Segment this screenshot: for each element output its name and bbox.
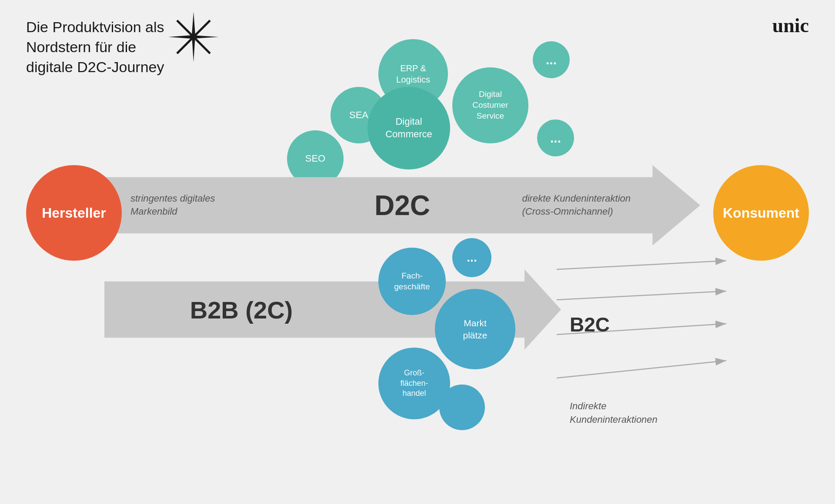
digital-commerce-bubble: DigitalCommerce [367,87,450,169]
ellipsis-bubble-2: ... [537,119,574,156]
svg-line-5 [177,37,194,53]
fachgeschaefte-bubble: Fach-geschäfte [378,248,446,315]
svg-line-4 [194,20,210,37]
konsument-circle: Konsument [713,165,809,261]
svg-line-3 [177,20,194,37]
logo: unic [772,14,809,37]
digital-costumer-service-bubble: DigitalCostumerService [452,67,528,143]
svg-line-9 [557,291,726,300]
page-title: Die Produktvision als Nordstern für die … [26,17,164,77]
ellipsis-bubble-1: ... [533,41,570,78]
svg-line-11 [557,361,726,378]
marktplaetze-bubble: Marktplätze [435,289,515,369]
hersteller-circle: Hersteller [26,165,122,261]
north-star-icon [165,9,222,67]
b2c-label: B2C [570,313,610,336]
svg-line-8 [557,261,726,269]
indirekte-text: Indirekte Kundeninteraktionen [570,400,658,427]
d2c-arrow: stringentes digitales Markenbild D2C dir… [104,165,700,245]
svg-line-6 [194,37,210,53]
d2c-bubbles: SEO SEA ERP &Logistics DigitalCommerce D… [261,26,531,182]
ellipsis-b2b-bubble: ... [452,238,491,277]
small-blue-bubble [439,385,485,430]
